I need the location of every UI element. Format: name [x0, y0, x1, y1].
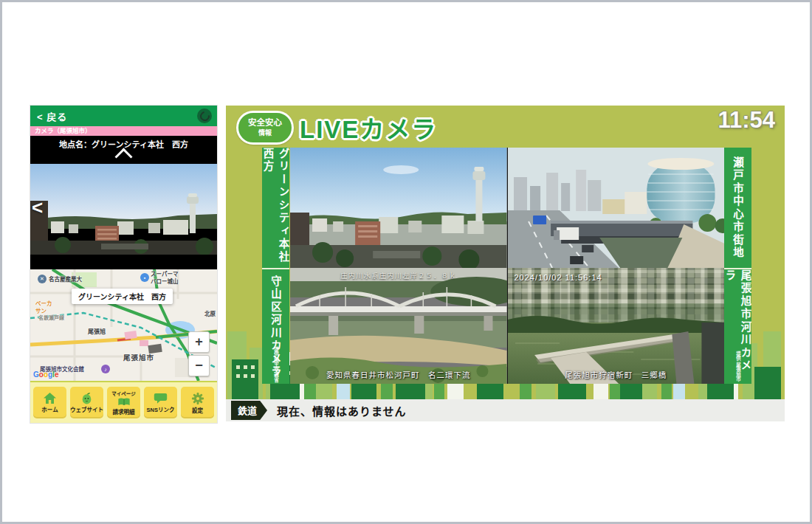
map-label-bakery1: ベーカ — [35, 300, 52, 307]
gear-icon — [191, 392, 204, 405]
nav-website-button[interactable]: ウェブサイト — [70, 387, 103, 418]
refresh-button[interactable] — [197, 108, 212, 123]
map-label-city: 尾張旭市 — [123, 354, 154, 362]
nav-label: 設定 — [192, 406, 203, 414]
book-icon — [117, 397, 131, 407]
rail-info-bar: 鉄道 現在、情報はありません — [226, 399, 785, 421]
camera-grid: 庄内川水系庄内川左岸２５．８ｋ 愛知県春日井市松河戸町 名二環下流 — [290, 148, 724, 384]
map-marker-label[interactable]: グリーンシティ本社 西方 — [72, 289, 173, 304]
google-letter: G — [33, 370, 39, 379]
badge-line1: 安全安心 — [238, 116, 292, 128]
camera-feed-seto — [508, 148, 725, 268]
app-header: < 戻る — [30, 106, 217, 126]
river-gauge-overlay: 庄内川水系庄内川左岸２５．８ｋ — [290, 270, 507, 280]
page-title: LIVEカメラ — [300, 110, 437, 145]
map-panel[interactable]: ✕ 名古屋産業大 ▪ スーパーマ バロー城山 ベーカ サン 名鉄瀬戸線 尾張旭 … — [30, 269, 217, 381]
camera-feed-moriyama-river: 庄内川水系庄内川左岸２５．８ｋ 愛知県春日井市松河戸町 名二環下流 — [290, 268, 507, 384]
map-label-station: 尾張旭 — [88, 328, 106, 336]
spot-title-bar: 地点名：グリーンシティ本社 西方 — [30, 136, 217, 159]
provider-credit: 提供 国土交通省 — [272, 347, 280, 382]
refresh-icon — [198, 109, 211, 123]
store-poi-icon[interactable]: ▪ — [140, 273, 149, 282]
nav-top-label: マイページ — [111, 390, 135, 397]
photo-prev-arrow[interactable]: < — [32, 198, 43, 217]
google-letter: e — [55, 370, 59, 379]
map-zoom-out-button[interactable]: − — [188, 355, 210, 376]
badge-line2: 情報 — [238, 128, 292, 137]
back-button[interactable]: < 戻る — [30, 109, 67, 123]
camera-photo — [30, 164, 217, 255]
map-label-store1: スーパーマ — [151, 271, 178, 277]
camera-label-greencity: グリーンシティ本社 西方 — [262, 148, 289, 269]
map-label-store2: バロー城山 — [151, 278, 179, 285]
screenshot-canvas: < 戻る カメラ（尾張旭市） 地点名：グリーンシティ本社 西方 — [0, 0, 812, 524]
home-icon — [43, 392, 57, 404]
nav-sns-button[interactable]: SNSリンク — [144, 387, 177, 418]
nav-label: ウェブサイト — [70, 405, 103, 413]
camera-photo-panel: < — [30, 159, 217, 269]
google-logo[interactable]: Google — [33, 370, 58, 379]
camera-label-seto: 瀬戸市中心市街地 — [724, 148, 751, 269]
camera-feed-owariasahi-river: 2024/10/02 11:56:14 尾張旭市狩宿新町 三郷橋 — [508, 268, 725, 384]
bottom-nav: ホーム ウェブサイト マイページ 請求明細 — [30, 381, 217, 423]
nav-label: ホーム — [41, 405, 58, 413]
nav-label: 請求明細 — [113, 407, 135, 416]
map-zoom-in-button[interactable]: + — [188, 331, 210, 353]
camera-label-moriyama: 守山区河川カメラ 提供 国土交通省 — [262, 269, 289, 384]
feed-caption: 愛知県春日井市松河戸町 名二環下流 — [290, 369, 507, 380]
nav-settings-button[interactable]: 設定 — [181, 387, 214, 418]
feed-timestamp: 2024/10/02 11:56:14 — [515, 273, 602, 282]
rail-message: 現在、情報はありません — [277, 403, 407, 418]
nav-label: SNSリンク — [147, 405, 175, 413]
camera-feed-greencity — [290, 148, 507, 268]
rail-badge: 鉄道 — [231, 401, 267, 420]
speech-bubble-icon — [154, 392, 168, 404]
mobile-app: < 戻る カメラ（尾張旭市） 地点名：グリーンシティ本社 西方 — [30, 106, 217, 423]
feed-caption: 尾張旭市狩宿新町 三郷橋 — [508, 369, 725, 380]
provider-credit: 提供 尾張旭市 — [734, 351, 742, 382]
camera-label-owariasahi: 尾張旭市河川カメラ 提供 尾張旭市 — [724, 269, 751, 384]
map-label-north: 北原 — [204, 311, 216, 317]
map-label-railline: 名鉄瀬戸線 — [38, 315, 64, 322]
map-label-university: 名古屋産業大 — [49, 276, 82, 283]
map-label-bakery2: サン — [35, 308, 47, 314]
clock: 11:54 — [718, 107, 775, 134]
info-badge: 安全安心 情報 — [236, 111, 294, 145]
category-bar: カメラ（尾張旭市） — [30, 126, 217, 136]
nav-billing-button[interactable]: マイページ 請求明細 — [107, 387, 140, 418]
university-poi-icon[interactable]: ✕ — [38, 275, 47, 283]
nav-home-button[interactable]: ホーム — [33, 387, 66, 418]
mascot-icon — [80, 392, 94, 404]
hall-poi-icon[interactable]: ♪ — [101, 365, 110, 373]
live-camera-screen: 安全安心 情報 LIVEカメラ 11:54 グリーンシティ本社 西方 守山区河川… — [226, 106, 785, 421]
